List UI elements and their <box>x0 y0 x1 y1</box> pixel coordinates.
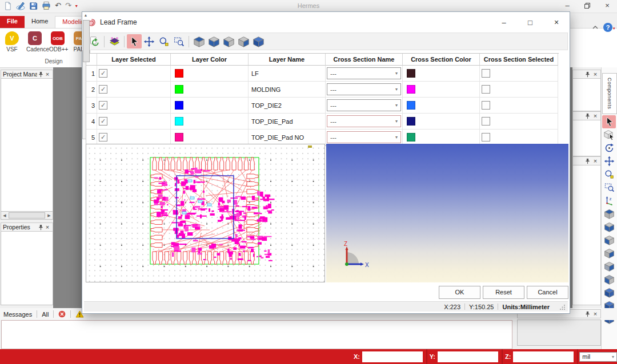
z-coordinate-input[interactable] <box>513 351 574 362</box>
cross-section-color-swatch[interactable] <box>407 69 415 78</box>
cross-section-selected-checkbox[interactable] <box>482 117 490 126</box>
leadframe-2d-viewport[interactable] <box>86 144 325 282</box>
view-iso-icon[interactable] <box>251 34 266 48</box>
pan-view-icon[interactable] <box>602 155 616 168</box>
cross-section-color-swatch[interactable] <box>407 101 415 110</box>
cross-section-selected-checkbox[interactable] <box>482 69 490 78</box>
cross-section-color-swatch[interactable] <box>407 133 415 141</box>
z-axis-view-icon[interactable] <box>602 194 616 207</box>
cadence-button[interactable]: C Cadence <box>26 31 43 52</box>
layer-selected-checkbox[interactable] <box>99 133 107 141</box>
layer-selected-checkbox[interactable] <box>99 117 107 126</box>
help-icon[interactable]: ? <box>603 23 612 32</box>
horizontal-scrollbar[interactable]: ◀ ▶ <box>1 212 53 220</box>
cancel-button[interactable]: Cancel <box>527 286 568 299</box>
view-right-icon[interactable] <box>236 34 251 48</box>
select-body-icon[interactable] <box>602 128 616 141</box>
reset-button[interactable]: Reset <box>483 286 524 299</box>
pin-icon[interactable] <box>37 71 44 78</box>
select-tool-icon[interactable] <box>602 115 616 128</box>
dialog-title-bar[interactable]: Lead Frame – □ × <box>82 12 570 33</box>
view-iso-1-icon[interactable] <box>602 286 616 299</box>
view-front-icon[interactable] <box>602 260 616 273</box>
layer-selected-checkbox[interactable] <box>99 69 107 78</box>
cross-section-selected-checkbox[interactable] <box>482 85 490 94</box>
close-icon[interactable]: × <box>592 71 599 78</box>
x-coordinate-input[interactable] <box>362 351 423 362</box>
scroll-up-icon[interactable]: ▲ <box>82 13 89 17</box>
cross-section-name-dropdown[interactable]: ---▾ <box>327 83 401 95</box>
zoom-tool-icon[interactable] <box>157 34 171 48</box>
zoom-window-tool-icon[interactable] <box>171 34 186 48</box>
cross-section-name-dropdown[interactable]: ---▾ <box>327 115 401 127</box>
dialog-minimize-button[interactable]: – <box>495 18 512 27</box>
layer-color-swatch[interactable] <box>175 69 183 78</box>
close-icon[interactable]: × <box>592 310 599 317</box>
view-bottom-icon[interactable] <box>206 34 221 48</box>
errors-filter-icon[interactable] <box>58 310 66 318</box>
close-icon[interactable]: × <box>592 112 599 119</box>
cross-section-name-dropdown[interactable]: ---▾ <box>327 67 401 79</box>
cross-section-selected-checkbox[interactable] <box>482 133 490 141</box>
view-left-icon[interactable] <box>602 233 616 246</box>
window-minimize-button[interactable]: – <box>561 1 574 10</box>
tab-all[interactable]: All <box>42 311 49 318</box>
close-icon[interactable]: × <box>592 157 599 164</box>
project-manager-tree[interactable] <box>1 79 53 212</box>
components-tab-label: Components <box>607 78 612 109</box>
pin-icon[interactable] <box>585 158 592 164</box>
pin-icon[interactable] <box>585 113 592 119</box>
ok-button[interactable]: OK <box>439 286 480 299</box>
pin-icon[interactable] <box>585 71 592 78</box>
layer-selected-checkbox[interactable] <box>99 85 107 94</box>
messages-output[interactable] <box>1 320 512 349</box>
dialog-close-button[interactable]: × <box>548 18 565 27</box>
rotate-view-icon[interactable] <box>602 141 616 155</box>
view-top-icon[interactable] <box>191 34 206 48</box>
pin-icon[interactable] <box>37 224 44 230</box>
resize-grip-icon[interactable] <box>560 304 566 310</box>
view-back-icon[interactable] <box>602 273 616 286</box>
tab-home[interactable]: Home <box>25 16 55 29</box>
cross-section-name-dropdown[interactable]: ---▾ <box>327 99 401 111</box>
cross-section-color-swatch[interactable] <box>407 117 415 126</box>
tab-file[interactable]: File <box>0 16 25 29</box>
layer-color-swatch[interactable] <box>175 85 183 94</box>
layer-color-swatch[interactable] <box>175 133 183 141</box>
layer-selected-checkbox[interactable] <box>99 101 107 110</box>
scroll-left-icon[interactable]: ◀ <box>1 213 8 218</box>
scrollbar-thumb[interactable] <box>83 20 90 62</box>
vsf-button[interactable]: V VSF <box>3 31 21 52</box>
tab-messages[interactable]: Messages <box>3 311 32 318</box>
collapse-ribbon-icon[interactable] <box>592 25 599 30</box>
layer-color-swatch[interactable] <box>175 117 183 126</box>
layers-icon[interactable] <box>107 34 122 48</box>
scroll-right-icon[interactable]: ▶ <box>46 213 53 218</box>
window-close-button[interactable]: × <box>601 1 614 10</box>
help-dropdown-icon[interactable]: ▾ <box>613 26 615 31</box>
view-left-icon[interactable] <box>221 34 236 48</box>
cross-section-selected-checkbox[interactable] <box>482 101 490 110</box>
cross-section-name-dropdown[interactable]: ---▾ <box>327 131 401 143</box>
tab-components[interactable]: Components <box>602 73 617 114</box>
preview-3d-viewport[interactable]: Z X <box>326 144 568 282</box>
view-bottom-icon[interactable] <box>602 220 616 233</box>
select-tool-icon[interactable] <box>127 34 142 48</box>
odb-button[interactable]: ODB ODB++ <box>49 31 66 52</box>
close-icon[interactable]: × <box>44 224 51 230</box>
pin-icon[interactable] <box>585 311 592 317</box>
dialog-maximize-button[interactable]: □ <box>522 18 539 27</box>
view-top-icon[interactable] <box>602 207 616 220</box>
layer-color-swatch[interactable] <box>175 101 183 110</box>
cross-section-color-swatch[interactable] <box>407 85 415 94</box>
scrollbar-thumb[interactable] <box>9 212 45 219</box>
zoom-window-icon[interactable] <box>602 181 616 194</box>
unit-dropdown[interactable]: mil ▾ <box>579 352 617 362</box>
properties-content[interactable] <box>1 232 53 305</box>
y-coordinate-input[interactable] <box>438 351 498 362</box>
view-right-icon[interactable] <box>602 246 616 260</box>
zoom-icon[interactable] <box>602 168 616 181</box>
close-icon[interactable]: × <box>44 71 51 78</box>
window-restore-button[interactable] <box>584 2 591 9</box>
pan-tool-icon[interactable] <box>142 34 157 48</box>
